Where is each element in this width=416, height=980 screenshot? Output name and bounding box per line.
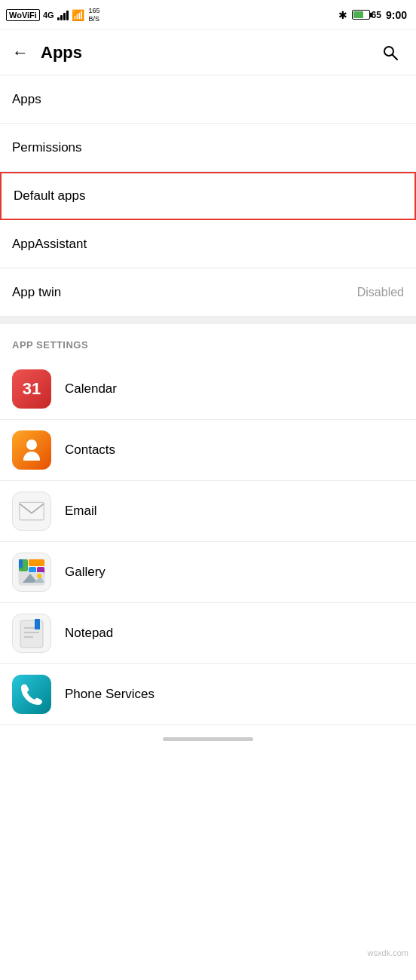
home-bar-pill (163, 737, 253, 741)
speed-line1: 165 (89, 7, 100, 15)
menu-item-app-twin-value: Disabled (357, 286, 404, 299)
bluetooth-icon: ✱ (338, 9, 347, 21)
app-item-calendar[interactable]: 31 Calendar (0, 359, 416, 420)
app-item-phone-services[interactable]: Phone Services (0, 664, 416, 725)
calendar-icon: 31 (12, 369, 51, 409)
svg-rect-2 (20, 502, 44, 519)
menu-item-default-apps-label: Default apps (14, 188, 85, 204)
app-item-contacts[interactable]: Contacts (0, 420, 416, 481)
app-item-email[interactable]: Email (0, 481, 416, 542)
svg-line-1 (393, 54, 398, 60)
calendar-number: 31 (23, 381, 41, 397)
menu-item-apps[interactable]: Apps (0, 75, 416, 124)
app-header: ← Apps (0, 30, 416, 75)
contact-body (23, 452, 40, 461)
speed-line2: B/S (89, 15, 100, 23)
phone-services-app-name: Phone Services (65, 687, 154, 702)
contact-head (26, 439, 37, 450)
status-left: WoViFi 4G 📶 165 B/S (6, 7, 100, 23)
speed-text: 165 B/S (89, 7, 100, 23)
search-icon (381, 44, 399, 62)
section-divider (0, 317, 416, 324)
watermark: wsxdk.com (368, 948, 408, 957)
search-button[interactable] (377, 39, 404, 66)
menu-item-app-twin-label: App twin (12, 285, 61, 300)
svg-point-12 (37, 574, 41, 578)
menu-item-apps-label: Apps (12, 92, 41, 107)
contacts-app-name: Contacts (65, 443, 115, 458)
battery-percent: 65 (372, 10, 381, 20)
notepad-app-name: Notepad (65, 626, 113, 641)
contacts-icon-inner (21, 439, 42, 461)
signal-bars (57, 10, 69, 20)
menu-item-appassistant[interactable]: AppAssistant (0, 220, 416, 268)
menu-item-permissions[interactable]: Permissions (0, 124, 416, 172)
home-bar (0, 725, 416, 750)
signal-bar-4 (66, 11, 69, 20)
status-right: ✱ 65 9:00 (338, 9, 407, 21)
wifi-icon: 📶 (72, 9, 84, 21)
signal-bar-3 (63, 13, 66, 20)
battery: 65 (352, 10, 381, 20)
battery-icon (352, 10, 370, 20)
menu-item-default-apps[interactable]: Default apps (0, 172, 416, 220)
gallery-icon (12, 553, 51, 592)
signal-bar-1 (57, 17, 60, 20)
email-app-name: Email (65, 504, 97, 519)
app-settings-section-header: APP SETTINGS (0, 324, 416, 359)
app-settings-section-label: APP SETTINGS (12, 339, 88, 351)
battery-fill (353, 11, 363, 18)
menu-item-permissions-label: Permissions (12, 140, 82, 155)
notepad-icon (12, 614, 51, 653)
gallery-icon-svg (17, 557, 47, 587)
phone-services-icon (12, 675, 51, 714)
back-button[interactable]: ← (12, 43, 29, 63)
menu-item-appassistant-label: AppAssistant (12, 237, 87, 252)
app-item-notepad[interactable]: Notepad (0, 603, 416, 664)
wovifi-badge: WoViFi (6, 9, 40, 21)
signal-4g: 4G (43, 11, 54, 20)
signal-bar-2 (60, 15, 63, 20)
clock: 9:00 (386, 9, 407, 21)
phone-services-icon-svg (20, 683, 43, 706)
status-bar: WoViFi 4G 📶 165 B/S ✱ 65 9:00 (0, 0, 416, 30)
page-title: Apps (41, 43, 377, 63)
email-icon-svg (18, 501, 45, 522)
calendar-app-name: Calendar (65, 381, 117, 397)
calendar-icon-inner: 31 (12, 369, 51, 409)
back-arrow-icon: ← (12, 43, 29, 63)
email-icon (12, 492, 51, 531)
notepad-icon-svg (17, 618, 47, 648)
gallery-app-name: Gallery (65, 565, 106, 580)
contacts-icon (12, 430, 51, 470)
app-item-gallery[interactable]: Gallery (0, 542, 416, 603)
menu-item-app-twin[interactable]: App twin Disabled (0, 268, 416, 317)
svg-rect-6 (29, 559, 44, 566)
